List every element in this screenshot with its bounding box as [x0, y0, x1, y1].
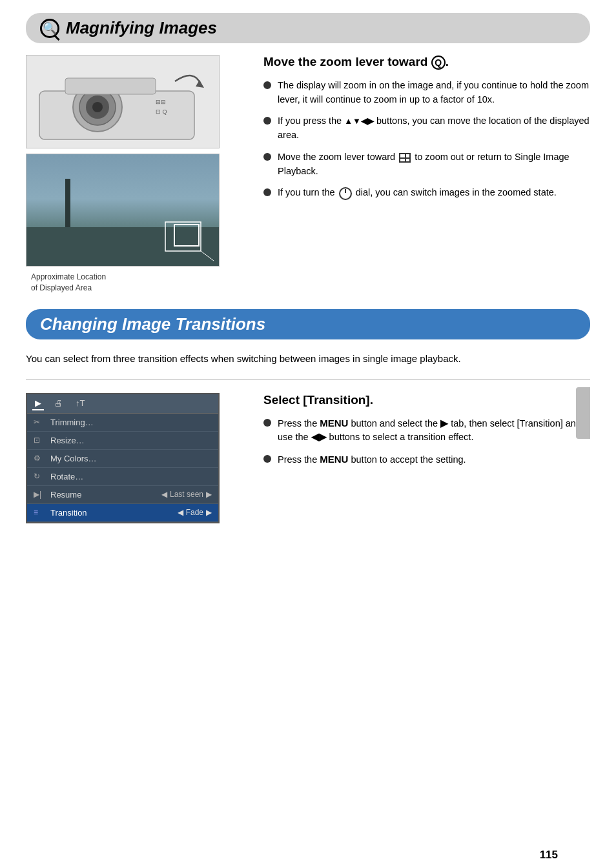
menu-row-resize: ⊡ Resize…	[27, 432, 218, 450]
bullet-dot	[263, 117, 271, 125]
menu-row-transition: ≡ Transition ◀ Fade ▶	[27, 504, 218, 522]
grid-icon	[399, 153, 411, 163]
svg-line-10	[201, 251, 214, 261]
transition-bullet-2: Press the MENU button to accept the sett…	[263, 452, 590, 467]
menu-row-trimming: ✂ Trimming…	[27, 414, 218, 432]
camera-bottom-image	[26, 154, 220, 267]
menu-tabs: ▶ 🖨 ↑T	[27, 394, 218, 414]
transitions-subheading: Select [Transition].	[263, 393, 590, 407]
svg-point-4	[92, 102, 103, 112]
menu-row-resume: ▶| Resume ◀ Last seen ▶	[27, 486, 218, 504]
transitions-title: Changing Image Transitions	[40, 314, 576, 334]
camera-svg: ⊟⊟ ⊡ Q	[26, 56, 220, 148]
transitions-text-col: Select [Transition]. Press the MENU butt…	[263, 393, 590, 523]
svg-rect-9	[165, 222, 201, 251]
bullet-dot	[263, 153, 271, 161]
magnify-icon: 🔍	[40, 19, 59, 38]
resume-icon: ▶|	[34, 490, 46, 499]
bullet-item: If you turn the dial, you can switch ima…	[263, 186, 590, 200]
bullet-dot	[263, 419, 271, 427]
right-tab	[576, 387, 590, 439]
bullet-item: Move the zoom lever toward to zoom out o…	[263, 150, 590, 179]
magnifying-subheading: Move the zoom lever toward Q.	[263, 55, 590, 70]
transitions-bullets: Press the MENU button and select the ▶ t…	[263, 416, 590, 467]
dial-icon	[339, 187, 352, 200]
resize-icon: ⊡	[34, 436, 46, 445]
bullet-dot	[263, 188, 271, 196]
magnifying-title: Magnifying Images	[66, 18, 217, 38]
trimming-icon: ✂	[34, 418, 46, 427]
transitions-header: Changing Image Transitions	[26, 309, 590, 339]
magnifying-header: 🔍 Magnifying Images	[26, 13, 590, 43]
magnifying-text-col: Move the zoom lever toward Q. The displa…	[263, 55, 590, 294]
bullet-dot	[263, 81, 271, 89]
svg-rect-5	[65, 78, 156, 94]
mycolors-icon: ⚙	[34, 454, 46, 463]
bullet-item: If you press the ▲▼◀▶ buttons, you can m…	[263, 114, 590, 143]
page-wrapper: { "magnifying": { "title": "Magnifying I…	[26, 13, 590, 868]
page-number: 115	[540, 849, 558, 862]
menu-row-rotate: ↻ Rotate…	[27, 468, 218, 486]
magnifying-content: ⊟⊟ ⊡ Q	[26, 55, 590, 294]
svg-text:⊟⊟: ⊟⊟	[156, 99, 166, 105]
bullet-dot	[263, 455, 271, 463]
section-divider	[26, 379, 590, 380]
menu-tab-playback: ▶	[32, 397, 44, 410]
camera-top-image: ⊟⊟ ⊡ Q	[26, 55, 220, 148]
q-icon: Q	[431, 56, 446, 70]
rotate-icon: ↻	[34, 472, 46, 481]
transitions-content: ▶ 🖨 ↑T ✂ Trimming… ⊡ Resize… ⚙ My Colors…	[26, 393, 590, 523]
zoom-box-svg	[26, 154, 220, 267]
svg-text:⊡ Q: ⊡ Q	[156, 108, 167, 115]
menu-screenshot: ▶ 🖨 ↑T ✂ Trimming… ⊡ Resize… ⚙ My Colors…	[26, 393, 220, 523]
svg-marker-6	[196, 80, 204, 88]
magnifying-images-col: ⊟⊟ ⊡ Q	[26, 55, 245, 294]
menu-row-mycolors: ⚙ My Colors…	[27, 450, 218, 468]
menu-tab-settings: ↑T	[73, 397, 87, 410]
magnifying-bullets: The display will zoom in on the image an…	[263, 79, 590, 200]
transitions-intro: You can select from three transition eff…	[26, 351, 590, 367]
menu-tab-print: 🖨	[52, 397, 65, 410]
transition-bullet-1: Press the MENU button and select the ▶ t…	[263, 416, 590, 445]
transitions-menu-col: ▶ 🖨 ↑T ✂ Trimming… ⊡ Resize… ⚙ My Colors…	[26, 393, 245, 523]
bullet-item: The display will zoom in on the image an…	[263, 79, 590, 107]
transition-icon: ≡	[34, 508, 46, 517]
image-caption: Approximate Location of Displayed Area	[26, 272, 245, 294]
